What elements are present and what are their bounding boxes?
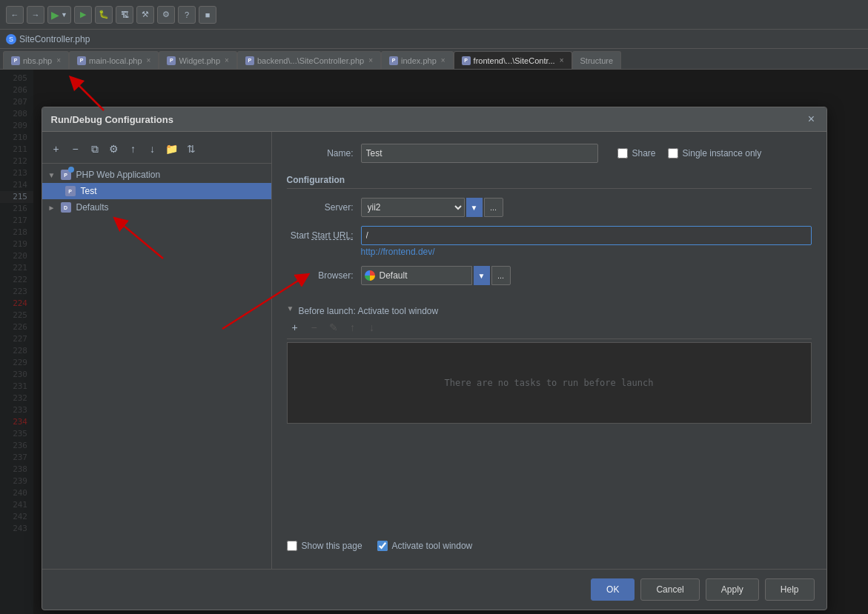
tab-label: frontend\...\SiteContr... [474,56,555,65]
tab-close-icon[interactable]: × [56,56,61,64]
tab-close-icon[interactable]: × [147,56,151,64]
server-more-btn[interactable]: ... [484,198,503,217]
launch-remove-btn[interactable]: − [306,319,322,336]
php-icon: P [245,56,254,65]
tab-close-icon[interactable]: × [368,56,373,64]
run-debug-dialog: Run/Debug Configurations × + − ⧉ ⚙ ↑ ↓ 📁… [42,107,827,610]
tab-close-icon[interactable]: × [560,56,564,64]
before-launch-toolbar: + − ✎ ↑ ↓ [287,316,812,339]
tree-down-button[interactable]: ↓ [145,141,161,157]
server-row: Server: yii2 ▼ ... [287,198,812,217]
tree-add-button[interactable]: + [48,141,64,157]
tab-widget[interactable]: P Widget.php × [159,51,237,69]
php-icon: P [167,56,176,65]
settings-btn[interactable]: ⚙ [157,6,175,24]
show-page-checkbox-row[interactable]: Show this page [287,541,362,551]
start-url-label: Start Start URL: [287,230,354,241]
active-filename: SiteController.php [19,34,90,44]
dialog-body: + − ⧉ ⚙ ↑ ↓ 📁 ⇅ ▼ P [42,132,826,569]
show-page-label: Show this page [302,541,362,551]
active-file-bar: S SiteController.php [0,30,868,49]
tab-structure[interactable]: Structure [572,51,622,69]
tree-item-defaults[interactable]: ► D Defaults [42,199,271,216]
before-launch-content: There are no tasks to run before launch [287,342,812,424]
php-icon: P [462,56,471,65]
debug-btn[interactable]: 🐛 [95,6,113,24]
tree-remove-button[interactable]: − [67,141,84,157]
name-input[interactable] [361,144,598,163]
server-dropdown-group: yii2 ▼ ... [361,198,503,217]
name-checkboxes: Share Single instance only [617,148,762,158]
file-icon: S [6,34,16,44]
forward-btn[interactable]: → [27,6,44,24]
profile-btn[interactable]: ⚒ [136,6,154,24]
tab-backend-site[interactable]: P backend\...\SiteController.php × [237,51,381,69]
tree-item-label: PHP Web Application [76,170,161,180]
browser-label: Browser: [287,270,354,281]
php-icon: P [389,56,398,65]
single-instance-checkbox-row[interactable]: Single instance only [668,148,762,158]
php-icon: P [77,56,86,65]
server-dropdown-arrow[interactable]: ▼ [466,198,483,217]
share-label: Share [632,148,656,158]
tab-index[interactable]: P index.php × [381,51,454,69]
back-btn[interactable]: ← [6,6,24,24]
launch-down-btn[interactable]: ↓ [364,319,380,336]
cancel-button[interactable]: Cancel [640,578,699,601]
before-launch-triangle[interactable]: ▼ [287,304,294,313]
tree-toolbar: + − ⧉ ⚙ ↑ ↓ 📁 ⇅ [42,138,271,164]
launch-edit-btn[interactable]: ✎ [325,319,342,336]
tab-close-icon[interactable]: × [225,56,229,64]
tree-sort-button[interactable]: ⇅ [183,141,199,157]
ide-topbar: ← → ▶ ▼ ▶ 🐛 🏗 ⚒ ⚙ ? ■ [0,0,868,30]
no-tasks-text: There are no tasks to run before launch [445,378,654,388]
browser-dropdown-arrow[interactable]: ▼ [474,266,490,285]
help-button[interactable]: Help [765,578,815,601]
activate-window-label: Activate tool window [392,541,473,551]
launch-add-btn[interactable]: + [287,319,303,336]
share-checkbox-row[interactable]: Share [617,148,656,158]
tab-label: nbs.php [23,56,52,65]
help-btn[interactable]: ? [178,6,196,24]
bottom-checkboxes: Show this page Activate tool window [287,535,812,557]
tab-label: main-local.php [89,56,142,65]
tree-item-php-web-app[interactable]: ▼ P PHP Web Application [42,167,271,183]
share-checkbox[interactable] [617,148,628,158]
tab-main-local[interactable]: P main-local.php × [69,51,159,69]
tab-frontend-site[interactable]: P frontend\...\SiteContr... × [454,51,572,69]
browser-display: Default [361,266,472,285]
launch-up-btn[interactable]: ↑ [345,319,361,336]
tree-up-button[interactable]: ↑ [125,141,142,157]
ok-button[interactable]: OK [591,578,635,601]
start-url-section: Start Start URL: http://frontend.dev/ [287,226,812,257]
run-btn[interactable]: ▶ [74,6,92,24]
activate-window-checkbox-row[interactable]: Activate tool window [377,541,473,551]
tab-nbs[interactable]: P nbs.php × [3,51,69,69]
tree-settings-button[interactable]: ⚙ [106,141,122,157]
single-instance-checkbox[interactable] [668,148,678,158]
tree-folder-button[interactable]: 📁 [164,141,180,157]
url-suggestion[interactable]: http://frontend.dev/ [287,247,812,257]
tab-label: index.php [401,56,437,65]
run-dropdown-btn[interactable]: ▶ ▼ [47,6,71,24]
tree-copy-button[interactable]: ⧉ [87,141,103,157]
show-page-checkbox[interactable] [287,541,297,551]
php-web-app-icon: P [60,169,72,181]
tree-item-test[interactable]: P Test [42,183,271,199]
browser-more-btn[interactable]: ... [491,266,511,285]
dialog-title-bar: Run/Debug Configurations × [42,107,826,132]
modal-overlay: Run/Debug Configurations × + − ⧉ ⚙ ↑ ↓ 📁… [0,70,868,614]
apply-button[interactable]: Apply [706,578,759,601]
coverage-btn[interactable]: 🏗 [116,6,133,24]
name-label: Name: [287,148,354,158]
server-select[interactable]: yii2 [361,198,465,217]
dialog-close-button[interactable]: × [806,113,818,125]
tab-close-icon[interactable]: × [441,56,445,64]
extra-btn[interactable]: ■ [199,6,216,24]
start-url-input[interactable] [361,226,812,245]
activate-window-checkbox[interactable] [377,541,388,551]
defaults-icon: D [60,201,72,213]
browser-value: Default [380,270,408,281]
editor-tabs-bar: P nbs.php × P main-local.php × P Widget.… [0,49,868,70]
tree-expander-icon: ▼ [48,171,56,179]
